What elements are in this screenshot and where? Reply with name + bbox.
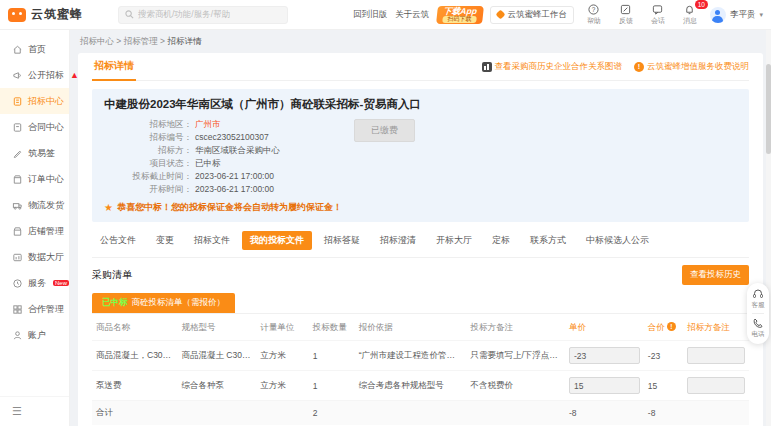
bid-list-tab-row: 已中标 商砼投标清单（需报价）: [92, 293, 749, 314]
hamburger-icon: ☰: [12, 405, 22, 417]
paid-button[interactable]: 已缴费: [354, 119, 415, 142]
product-name: 泵送费: [92, 371, 177, 401]
help-button[interactable]: ? 帮助: [582, 4, 606, 26]
contract-icon: [12, 122, 23, 133]
user-menu[interactable]: 李平贵 ▾: [710, 7, 763, 23]
chat-button[interactable]: 会话: [646, 4, 670, 26]
chat-icon: [652, 4, 663, 15]
concrete-bid-list-tab[interactable]: 已中标 商砼投标清单（需报价）: [92, 293, 235, 313]
product-spec: 商品混凝土 C30泵送: [177, 341, 256, 371]
home-icon: [12, 44, 23, 55]
scrollbar-thumb[interactable]: [766, 64, 771, 154]
tenderer-note-input[interactable]: [687, 377, 745, 394]
app-logo[interactable]: 云筑蜜蜂: [8, 6, 118, 23]
tab-bid-opening-hall[interactable]: 开标大厅: [428, 231, 480, 250]
tab-bid-files[interactable]: 招标文件: [186, 231, 238, 250]
tab-award[interactable]: 定标: [484, 231, 518, 250]
headset-icon: [752, 288, 764, 300]
bid-icon: [12, 96, 23, 107]
sidebar-item-services[interactable]: 服务 New: [0, 270, 69, 296]
region-value: 广州市: [195, 118, 221, 131]
price-info-icon[interactable]: !: [667, 322, 676, 331]
customer-service-button[interactable]: 客服: [752, 288, 765, 310]
tab-contact[interactable]: 联系方式: [522, 231, 574, 250]
star-icon: ★: [104, 202, 113, 213]
breadcrumb-bid-center[interactable]: 招标中心: [80, 36, 114, 46]
sidebar-item-order-center[interactable]: 订单中心: [0, 166, 69, 192]
sidebar-collapse-button[interactable]: ☰: [0, 396, 69, 426]
sidebar-item-cooperation[interactable]: 合作管理: [0, 296, 69, 322]
workspace-icon: [496, 10, 506, 20]
bidder-note: 不含税费价: [466, 371, 565, 401]
top-bar-right: 回到旧版 关于云筑 下载App 扫码下载 云筑蜜蜂工作台 ? 帮助 反馈 会话: [353, 4, 763, 26]
chat-label: 会话: [651, 16, 665, 26]
sidebar-item-bid-center[interactable]: 招标中心: [0, 88, 69, 114]
tab-bid-clarification[interactable]: 招标澄清: [372, 231, 424, 250]
tab-winner-announcement[interactable]: 中标候选人公示: [578, 231, 657, 250]
download-app-button[interactable]: 下载App 扫码下载: [436, 6, 483, 24]
sidebar-item-data-hall[interactable]: 数据大厅: [0, 244, 69, 270]
scrollbar-track[interactable]: [766, 30, 771, 426]
svg-text:?: ?: [592, 5, 596, 12]
sidebar-item-public-bidding[interactable]: 公开招标 ▲: [0, 62, 69, 88]
avatar: [710, 7, 726, 23]
feedback-button[interactable]: 反馈: [614, 4, 638, 26]
tab-my-bid-files[interactable]: 我的投标文件: [242, 231, 312, 250]
tenderer-note-input[interactable]: [687, 347, 745, 364]
tab-announcement-files[interactable]: 公告文件: [92, 231, 144, 250]
bid-info-panel: 中建股份2023年华南区域（广州市）商砼联采招标-贸易商入口 招标地区： 广州市…: [92, 89, 749, 222]
sidebar-item-contract-center[interactable]: 合同中心: [0, 114, 69, 140]
chevron-down-icon: ▾: [759, 11, 763, 19]
new-badge: New: [53, 280, 69, 286]
main-area: 招标中心 > 招标管理 > 招标详情 招标详情 查看采购商历史企业合作关系图谱 …: [70, 30, 771, 426]
sidebar-item-logistics[interactable]: 物流发货: [0, 192, 69, 218]
pen-icon: [12, 148, 23, 159]
sidebar-item-home[interactable]: 首页: [0, 36, 69, 62]
sidebar-item-account[interactable]: 账户: [0, 322, 69, 348]
field-bid-number: 招标编号： cscec23052100307: [104, 131, 737, 144]
project-title: 中建股份2023年华南区域（广州市）商砼联采招标-贸易商入口: [104, 97, 737, 112]
total-sum: -8: [644, 401, 683, 426]
global-search-input[interactable]: 搜索商机/功能/服务/帮助: [118, 6, 288, 24]
bidder-note: 只需要填写上/下浮点数，例如 “下...: [466, 341, 565, 371]
breadcrumb-bid-detail: 招标详情: [167, 36, 201, 46]
breadcrumb-bid-management[interactable]: 招标管理: [124, 36, 158, 46]
service-fee-link[interactable]: ! 云筑蜜蜂增值服务收费说明: [634, 61, 749, 73]
sidebar-item-shop-management[interactable]: 店铺管理: [0, 218, 69, 244]
unit-price-input[interactable]: [569, 347, 640, 364]
field-tenderer: 招标方： 华南区域联合采购中心: [104, 144, 737, 157]
divider: [752, 313, 764, 314]
phone-button[interactable]: 电话: [752, 317, 765, 339]
info-icon: !: [634, 62, 644, 72]
workspace-button[interactable]: 云筑蜜蜂工作台: [490, 6, 574, 24]
messages-label: 消息: [683, 16, 697, 26]
bid-detail-card: 招标详情 查看采购商历史企业合作关系图谱 ! 云筑蜜蜂增值服务收费说明 中建股份…: [78, 53, 763, 426]
help-label: 帮助: [587, 16, 601, 26]
unit-price-input[interactable]: [569, 377, 640, 394]
field-status: 项目状态： 已中标: [104, 157, 737, 170]
download-app-label: 下载App: [443, 7, 478, 16]
tenderer-value: 华南区域联合采购中心: [195, 144, 280, 157]
bee-logo-icon: [8, 8, 26, 22]
tab-changes[interactable]: 变更: [148, 231, 182, 250]
cooperation-map-link[interactable]: 查看采购商历史企业合作关系图谱: [482, 61, 623, 73]
feedback-icon: [620, 4, 631, 15]
megaphone-icon: [12, 70, 23, 81]
tab-bid-qa[interactable]: 招标答疑: [316, 231, 368, 250]
messages-button[interactable]: 10 消息: [678, 4, 702, 26]
message-count-badge: 10: [695, 0, 708, 9]
table-row-concrete: 商品混凝土，C30泵送 商品混凝土 C30泵送 立方米 1 “广州市建设工程造价…: [92, 341, 749, 371]
tab-bid-detail[interactable]: 招标详情: [92, 53, 136, 81]
bid-number-value: cscec23052100307: [195, 131, 269, 144]
about-link[interactable]: 关于云筑: [395, 9, 429, 21]
back-to-old-link[interactable]: 回到旧版: [353, 9, 387, 21]
sidebar-item-esign[interactable]: 筑易签: [0, 140, 69, 166]
view-bid-history-button[interactable]: 查看投标历史: [682, 265, 749, 285]
total-label: 合计: [92, 401, 177, 426]
search-placeholder: 搜索商机/功能/服务/帮助: [138, 9, 230, 21]
field-deadline: 投标截止时间： 2023-06-21 17:00:00: [104, 170, 737, 183]
won-status-badge: 已中标: [102, 297, 128, 309]
cooperation-icon: [12, 304, 23, 315]
line-total: 15: [644, 371, 683, 401]
product-qty: 1: [309, 371, 355, 401]
